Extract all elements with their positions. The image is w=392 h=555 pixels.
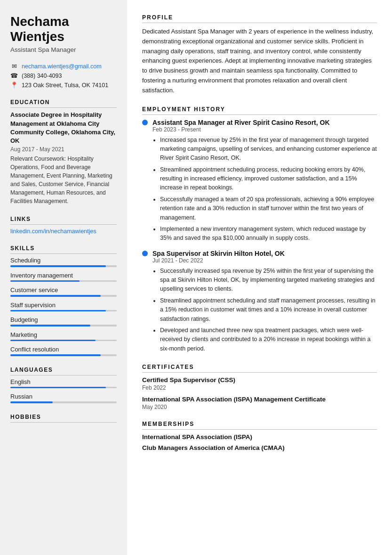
job-title: Assistant Spa Manager at River Spirit Ca… bbox=[142, 119, 377, 126]
skill-bar-fill bbox=[10, 295, 101, 297]
membership-item: Club Managers Association of America (CM… bbox=[142, 444, 377, 451]
job-bullet: Successfully increased spa revenue by 25… bbox=[160, 267, 377, 294]
skills-section-title: SKILLS bbox=[10, 245, 117, 254]
job-bullets-list: Increased spa revenue by 25% in the firs… bbox=[152, 136, 377, 243]
skill-bar-bg bbox=[10, 265, 117, 267]
job-bullet: Implemented a new inventory management s… bbox=[160, 225, 377, 243]
cert-date: May 2020 bbox=[142, 404, 377, 410]
phone-text: (388) 340-4093 bbox=[22, 73, 62, 79]
contact-email: ✉ nechama.wientjes@gmail.com bbox=[10, 63, 117, 70]
jobs-list: Assistant Spa Manager at River Spirit Ca… bbox=[142, 119, 377, 354]
skill-label: Marketing bbox=[10, 331, 117, 338]
skill-bar-fill bbox=[10, 310, 106, 312]
skill-bar-bg bbox=[10, 354, 117, 356]
edu-coursework: Relevant Coursework: Hospitality Operati… bbox=[10, 155, 117, 205]
language-bar-fill bbox=[10, 401, 53, 403]
skill-bar-bg bbox=[10, 295, 117, 297]
links-section-title: LINKS bbox=[10, 216, 117, 225]
skill-label: Customer service bbox=[10, 286, 117, 294]
skill-item: Scheduling bbox=[10, 257, 117, 267]
job-bullets-list: Successfully increased spa revenue by 25… bbox=[152, 267, 377, 353]
job-dates: Feb 2023 - Present bbox=[152, 126, 377, 133]
certificates-section-title: CERTIFICATES bbox=[142, 364, 377, 373]
skill-bar-fill bbox=[10, 340, 96, 342]
memberships-list: International SPA Association (ISPA)Club… bbox=[142, 433, 377, 451]
skill-bar-fill bbox=[10, 280, 80, 282]
phone-icon: ☎ bbox=[10, 72, 18, 79]
certificate-entry: International SPA Association (ISPA) Man… bbox=[142, 396, 377, 410]
cert-name: Certified Spa Supervisor (CSS) bbox=[142, 376, 377, 384]
job-dot bbox=[142, 251, 148, 256]
certificate-entry: Certified Spa Supervisor (CSS) Feb 2022 bbox=[142, 376, 377, 391]
job-entry: Assistant Spa Manager at River Spirit Ca… bbox=[142, 119, 377, 243]
job-bullet: Streamlined appointment scheduling proce… bbox=[160, 165, 377, 193]
sidebar: Nechama Wientjes Assistant Spa Manager ✉… bbox=[0, 0, 127, 555]
job-bullet: Streamlined appointment scheduling and s… bbox=[160, 296, 377, 324]
language-item: Russian bbox=[10, 393, 117, 403]
skill-item: Customer service bbox=[10, 286, 117, 297]
skill-bar-fill bbox=[10, 354, 101, 356]
job-entry: Spa Supervisor at Skirvin Hilton Hotel, … bbox=[142, 250, 377, 353]
profile-text: Dedicated Assistant Spa Manager with 2 y… bbox=[142, 27, 377, 96]
memberships-section-title: MEMBERSHIPS bbox=[142, 421, 377, 430]
skill-item: Marketing bbox=[10, 331, 117, 342]
skill-label: Budgeting bbox=[10, 316, 117, 323]
candidate-title: Assistant Spa Manager bbox=[10, 46, 117, 53]
skill-label: Scheduling bbox=[10, 257, 117, 264]
language-item: English bbox=[10, 378, 117, 389]
skill-bar-fill bbox=[10, 325, 90, 326]
skill-bar-bg bbox=[10, 325, 117, 326]
address-text: 123 Oak Street, Tulsa, OK 74101 bbox=[22, 82, 108, 89]
link-linkedin: linkedin.com/in/nechamawientjes bbox=[10, 228, 117, 235]
skill-item: Staff supervision bbox=[10, 302, 117, 312]
languages-list: English Russian bbox=[10, 378, 117, 403]
language-bar-bg bbox=[10, 387, 117, 389]
job-dates: Jul 2021 - Dec 2022 bbox=[152, 257, 377, 264]
job-dot bbox=[142, 120, 148, 125]
skill-bar-bg bbox=[10, 310, 117, 312]
skill-item: Budgeting bbox=[10, 316, 117, 326]
edu-dates: Aug 2017 - May 2021 bbox=[10, 146, 117, 153]
profile-section-title: PROFILE bbox=[142, 14, 377, 23]
skill-item: Inventory management bbox=[10, 272, 117, 282]
skill-item: Conflict resolution bbox=[10, 346, 117, 356]
main-content: PROFILE Dedicated Assistant Spa Manager … bbox=[127, 0, 392, 555]
email-icon: ✉ bbox=[10, 63, 18, 70]
location-icon: 📍 bbox=[10, 82, 18, 89]
linkedin-link[interactable]: linkedin.com/in/nechamawientjes bbox=[10, 228, 96, 235]
employment-section-title: EMPLOYMENT HISTORY bbox=[142, 106, 377, 115]
language-bar-bg bbox=[10, 401, 117, 403]
languages-section-title: LANGUAGES bbox=[10, 367, 117, 375]
education-section-title: EDUCATION bbox=[10, 99, 117, 108]
skills-list: Scheduling Inventory management Customer… bbox=[10, 257, 117, 356]
job-title: Spa Supervisor at Skirvin Hilton Hotel, … bbox=[142, 250, 377, 257]
job-title-text: Assistant Spa Manager at River Spirit Ca… bbox=[152, 119, 330, 126]
contact-address: 📍 123 Oak Street, Tulsa, OK 74101 bbox=[10, 82, 117, 89]
contact-phone: ☎ (388) 340-4093 bbox=[10, 72, 117, 79]
job-bullet: Successfully managed a team of 20 spa pr… bbox=[160, 195, 377, 222]
hobbies-section-title: HOBBIES bbox=[10, 414, 117, 423]
membership-item: International SPA Association (ISPA) bbox=[142, 433, 377, 441]
skill-label: Inventory management bbox=[10, 272, 117, 279]
job-bullet: Increased spa revenue by 25% in the firs… bbox=[160, 136, 377, 163]
language-label: English bbox=[10, 378, 117, 385]
skill-label: Conflict resolution bbox=[10, 346, 117, 353]
skill-bar-bg bbox=[10, 280, 117, 282]
job-title-text: Spa Supervisor at Skirvin Hilton Hotel, … bbox=[152, 250, 285, 257]
job-bullet: Developed and launched three new spa tre… bbox=[160, 326, 377, 353]
language-bar-fill bbox=[10, 387, 106, 389]
skill-bar-bg bbox=[10, 340, 117, 342]
email-link[interactable]: nechama.wientjes@gmail.com bbox=[22, 63, 102, 70]
certificates-list: Certified Spa Supervisor (CSS) Feb 2022 … bbox=[142, 376, 377, 410]
cert-name: International SPA Association (ISPA) Man… bbox=[142, 396, 377, 403]
skill-label: Staff supervision bbox=[10, 302, 117, 309]
cert-date: Feb 2022 bbox=[142, 384, 377, 391]
skill-bar-fill bbox=[10, 265, 106, 267]
language-label: Russian bbox=[10, 393, 117, 400]
candidate-name: Nechama Wientjes bbox=[10, 14, 117, 44]
edu-degree: Associate Degree in Hospitality Manageme… bbox=[10, 111, 117, 145]
